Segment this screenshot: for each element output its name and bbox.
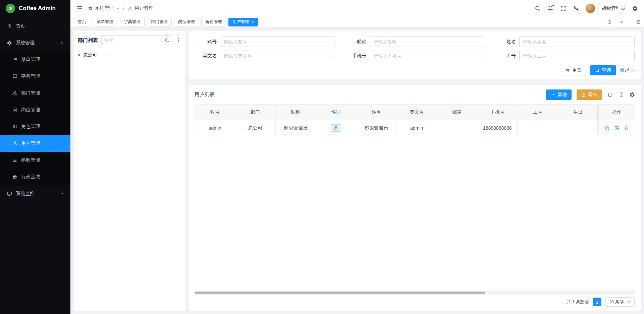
region-bank-icon: [12, 174, 17, 180]
user-list-toolbar: 新增 导出: [546, 89, 635, 100]
tree-expand-caret-icon[interactable]: [78, 54, 80, 56]
tab-label: 用户管理: [232, 19, 249, 25]
notification-bell-icon[interactable]: [547, 5, 553, 11]
app-logo: Coffee Admin: [0, 0, 70, 16]
row-actions: [598, 120, 635, 136]
english-name-input[interactable]: [220, 51, 335, 61]
department-panel: 部门列表 总公司: [74, 31, 185, 311]
user-icon: [127, 6, 132, 11]
sidebar-item-label: 首页: [16, 23, 25, 29]
sidebar-item-label: 字典管理: [21, 73, 40, 79]
collapse-link-label: 收起: [620, 67, 629, 73]
tab-role-management[interactable]: 角色管理: [201, 18, 226, 26]
sidebar-item-home[interactable]: 首页: [0, 18, 70, 35]
work-no-input[interactable]: [519, 51, 635, 61]
cell-nickname: 超级管理员: [276, 120, 316, 136]
breadcrumb: 系统管理 / 用户管理: [88, 5, 153, 11]
sidebar-item-menu-management[interactable]: 菜单管理: [0, 51, 70, 68]
gear-icon: [7, 40, 12, 46]
tab-close-icon[interactable]: ×: [251, 20, 254, 24]
tab-dictionary-management[interactable]: 字典管理: [120, 18, 145, 26]
column-header-birthday: 生日: [558, 105, 598, 120]
delete-icon[interactable]: [624, 125, 629, 131]
department-search-input[interactable]: [101, 35, 162, 45]
add-user-button[interactable]: 新增: [546, 89, 572, 100]
avatar[interactable]: [586, 4, 595, 13]
coffee-logo-icon: [5, 3, 15, 13]
settings-gear-icon[interactable]: [632, 5, 638, 11]
sidebar-item-post-management[interactable]: 岗位管理: [0, 102, 70, 118]
field-label: 英文名: [195, 53, 217, 59]
collapse-filter-link[interactable]: 收起: [620, 67, 635, 73]
breadcrumb-level1[interactable]: 系统管理: [95, 5, 114, 11]
gender-tag: 男: [331, 124, 341, 132]
sidebar-item-system-monitor[interactable]: 系统监控: [0, 185, 70, 202]
department-tree: 总公司: [78, 50, 181, 60]
tabs-expand-icon[interactable]: [632, 16, 644, 27]
tabs-bar: 首页 菜单管理 字典管理 部门管理 岗位管理 角色管理 用户管理 ×: [70, 16, 644, 28]
cell-english-name: admin: [396, 120, 437, 136]
nickname-input[interactable]: [370, 37, 485, 47]
field-account: 账号: [195, 37, 335, 47]
pagination-total: 共 1 条数据: [567, 299, 589, 305]
name-input[interactable]: [519, 37, 635, 47]
sidebar-item-label: 用户管理: [21, 140, 40, 146]
translate-icon[interactable]: [573, 5, 579, 11]
sidebar-item-parameter-management[interactable]: 参数管理: [0, 152, 70, 169]
monitor-icon: [7, 191, 12, 196]
table-settings-gear-icon[interactable]: [629, 92, 635, 98]
horizontal-scrollbar-thumb[interactable]: [195, 292, 485, 294]
query-button[interactable]: 查询: [590, 65, 616, 75]
account-input[interactable]: [220, 37, 335, 47]
edit-icon[interactable]: [614, 125, 620, 131]
sidebar-item-label: 岗位管理: [21, 107, 40, 113]
tab-department-management[interactable]: 部门管理: [147, 18, 172, 26]
department-panel-title: 部门列表: [78, 37, 98, 44]
sidebar-item-dictionary-management[interactable]: 字典管理: [0, 68, 70, 85]
tab-home[interactable]: 首页: [74, 18, 90, 26]
search-icon[interactable]: [535, 5, 541, 11]
horizontal-scrollbar[interactable]: [195, 291, 635, 295]
page-number-button[interactable]: 1: [593, 298, 601, 306]
tab-post-management[interactable]: 岗位管理: [174, 18, 199, 26]
phone-input[interactable]: [370, 51, 485, 61]
system-management-submenu: 菜单管理 字典管理 部门管理 岗位管理 角色管理: [0, 51, 70, 185]
table-columns-icon[interactable]: [618, 92, 624, 98]
tree-node-label: 总公司: [83, 52, 97, 58]
table-refresh-icon[interactable]: [607, 92, 613, 98]
user-list-title: 用户列表: [195, 91, 215, 98]
export-button[interactable]: 导出: [577, 89, 602, 100]
tab-user-management[interactable]: 用户管理 ×: [228, 18, 258, 26]
department-search-button[interactable]: [162, 35, 172, 45]
sidebar-item-system-management[interactable]: 系统管理: [0, 35, 70, 51]
sidebar-item-administrative-region[interactable]: 行政区域: [0, 169, 70, 185]
department-tree-icon: [12, 90, 17, 96]
tabs-chevron-down-icon[interactable]: [615, 16, 627, 27]
tab-label: 字典管理: [124, 19, 141, 25]
sidebar-item-user-management[interactable]: 用户管理: [0, 135, 70, 152]
add-button-label: 新增: [557, 92, 567, 98]
trash-icon: [566, 68, 570, 73]
tab-label: 角色管理: [205, 19, 222, 25]
view-detail-icon[interactable]: [604, 125, 610, 131]
column-header-email: 邮箱: [437, 105, 477, 120]
current-user-name[interactable]: 超级管理员: [602, 5, 625, 11]
reset-button[interactable]: 重置: [561, 65, 586, 75]
tree-node-head-office[interactable]: 总公司: [78, 50, 181, 60]
department-more-icon[interactable]: [176, 38, 181, 43]
sidebar-item-department-management[interactable]: 部门管理: [0, 85, 70, 102]
sidebar-collapse-icon[interactable]: [76, 5, 83, 11]
fullscreen-icon[interactable]: [560, 5, 566, 11]
dots-vertical-icon: [176, 38, 181, 43]
table-header-row: 账号 部门 昵称 性别 姓名 英文名 邮箱 手机号 工号 生日: [195, 105, 598, 120]
tabs-refresh-icon[interactable]: [603, 16, 615, 27]
page-size-value: 10 条/页: [609, 299, 625, 305]
table-row[interactable]: admin 总公司 超级管理员 男 超级管理员 admin 1888888888…: [195, 120, 598, 136]
page-size-select[interactable]: 10 条/页: [605, 297, 635, 307]
tab-menu-management[interactable]: 菜单管理: [93, 18, 117, 26]
pagination: 共 1 条数据 1 10 条/页: [195, 297, 635, 308]
field-label: 姓名: [494, 39, 516, 45]
cell-email: [437, 120, 477, 136]
content-area: 部门列表 总公司: [70, 28, 644, 314]
sidebar-item-role-management[interactable]: 角色管理: [0, 118, 70, 135]
